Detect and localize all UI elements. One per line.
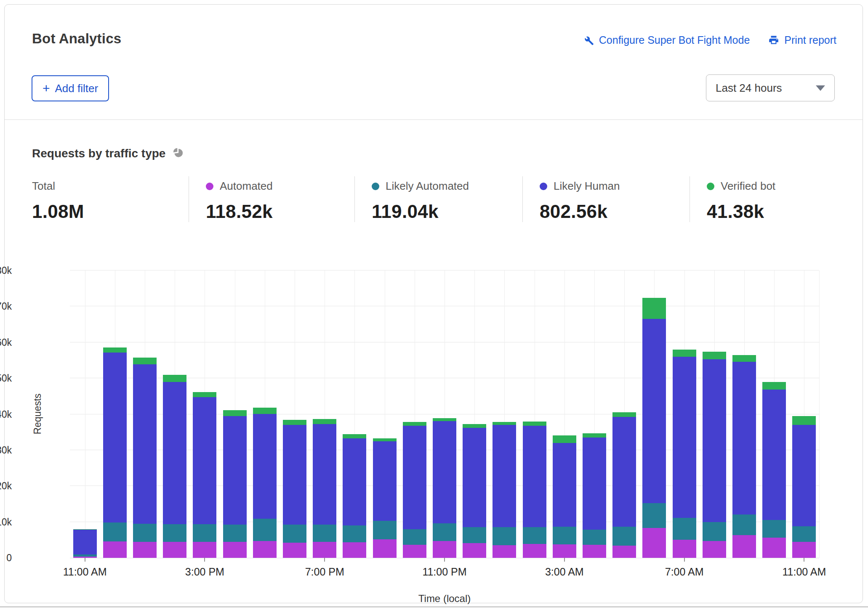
bar-11:00 AM[interactable] <box>73 529 97 558</box>
bar-segment-verified-bot[interactable] <box>732 355 756 362</box>
bar-segment-verified-bot[interactable] <box>193 392 216 398</box>
bar-segment-likely-automated[interactable] <box>583 530 606 545</box>
bar-segment-likely-automated[interactable] <box>553 527 576 544</box>
bar-segment-automated[interactable] <box>642 528 666 558</box>
bar-6:00 PM[interactable] <box>283 420 306 558</box>
bar-segment-automated[interactable] <box>583 545 606 558</box>
bar-segment-likely-automated[interactable] <box>253 519 277 541</box>
bar-segment-likely-human[interactable] <box>732 362 756 515</box>
bar-segment-automated[interactable] <box>313 542 336 558</box>
bar-segment-likely-automated[interactable] <box>703 522 726 541</box>
bar-segment-likely-human[interactable] <box>673 357 696 518</box>
bar-3:00 PM[interactable] <box>193 392 216 558</box>
bar-segment-likely-human[interactable] <box>403 426 426 529</box>
bar-segment-automated[interactable] <box>553 544 576 558</box>
bar-segment-likely-human[interactable] <box>612 417 636 526</box>
bar-segment-verified-bot[interactable] <box>553 435 576 443</box>
bar-segment-likely-human[interactable] <box>493 425 516 527</box>
bar-segment-likely-automated[interactable] <box>433 523 456 541</box>
bar-segment-likely-automated[interactable] <box>612 527 636 546</box>
bar-segment-automated[interactable] <box>193 542 216 558</box>
bar-segment-verified-bot[interactable] <box>133 358 157 364</box>
bar-segment-automated[interactable] <box>163 542 186 558</box>
bar-segment-likely-human[interactable] <box>433 421 456 523</box>
bar-segment-automated[interactable] <box>732 535 756 558</box>
bar-segment-verified-bot[interactable] <box>642 298 666 319</box>
bar-8:00 AM[interactable] <box>703 352 726 558</box>
bar-11:00 AM[interactable] <box>792 416 816 558</box>
bar-segment-automated[interactable] <box>343 542 366 558</box>
bar-segment-automated[interactable] <box>283 543 306 558</box>
print-report-link[interactable]: Print report <box>768 34 836 46</box>
bar-segment-likely-human[interactable] <box>313 424 336 525</box>
bar-segment-likely-human[interactable] <box>223 416 247 525</box>
bar-segment-likely-automated[interactable] <box>642 503 666 528</box>
bar-segment-likely-human[interactable] <box>73 530 97 554</box>
bar-segment-verified-bot[interactable] <box>493 422 516 425</box>
bar-segment-likely-automated[interactable] <box>163 524 186 542</box>
bar-2:00 AM[interactable] <box>523 422 546 558</box>
bar-segment-verified-bot[interactable] <box>612 412 636 417</box>
bar-segment-likely-human[interactable] <box>642 319 666 503</box>
bar-segment-likely-automated[interactable] <box>223 525 247 542</box>
bar-segment-likely-automated[interactable] <box>523 527 546 544</box>
bar-8:00 PM[interactable] <box>343 434 366 558</box>
bar-4:00 PM[interactable] <box>223 410 247 558</box>
bar-9:00 AM[interactable] <box>732 355 756 558</box>
bar-7:00 AM[interactable] <box>673 350 696 558</box>
bar-segment-automated[interactable] <box>673 540 696 558</box>
bar-segment-verified-bot[interactable] <box>583 433 606 438</box>
bar-segment-likely-human[interactable] <box>703 359 726 522</box>
bar-segment-likely-human[interactable] <box>583 438 606 530</box>
bar-segment-verified-bot[interactable] <box>253 408 277 414</box>
bar-segment-likely-human[interactable] <box>343 438 366 525</box>
bar-segment-verified-bot[interactable] <box>373 438 397 441</box>
configure-super-bot-fight-mode-link[interactable]: Configure Super Bot Fight Mode <box>583 34 750 46</box>
bar-7:00 PM[interactable] <box>313 419 336 558</box>
bar-10:00 PM[interactable] <box>403 422 426 558</box>
bar-segment-verified-bot[interactable] <box>463 424 486 428</box>
bar-segment-verified-bot[interactable] <box>523 422 546 426</box>
bar-segment-verified-bot[interactable] <box>403 422 426 426</box>
bar-segment-likely-human[interactable] <box>792 425 816 526</box>
bar-segment-verified-bot[interactable] <box>313 419 336 424</box>
bar-1:00 PM[interactable] <box>133 358 157 558</box>
bar-segment-likely-human[interactable] <box>373 441 397 521</box>
bar-segment-likely-human[interactable] <box>163 382 186 524</box>
bar-segment-likely-automated[interactable] <box>673 518 696 540</box>
bar-segment-automated[interactable] <box>103 541 127 558</box>
bar-segment-automated[interactable] <box>403 545 426 558</box>
bar-segment-automated[interactable] <box>703 541 726 558</box>
bar-segment-likely-automated[interactable] <box>313 525 336 541</box>
bar-segment-likely-automated[interactable] <box>373 521 397 539</box>
bar-segment-automated[interactable] <box>762 538 786 558</box>
bar-segment-automated[interactable] <box>612 546 636 558</box>
bar-11:00 PM[interactable] <box>433 418 456 558</box>
bar-5:00 PM[interactable] <box>253 408 277 558</box>
bar-segment-likely-human[interactable] <box>283 425 306 524</box>
bar-segment-verified-bot[interactable] <box>433 418 456 421</box>
bar-segment-verified-bot[interactable] <box>703 352 726 359</box>
bar-segment-likely-automated[interactable] <box>463 527 486 543</box>
bar-segment-likely-automated[interactable] <box>193 524 216 542</box>
add-filter-button[interactable]: + Add filter <box>32 75 109 101</box>
bar-segment-likely-automated[interactable] <box>493 527 516 545</box>
bar-segment-likely-human[interactable] <box>133 364 157 524</box>
bar-segment-verified-bot[interactable] <box>343 434 366 438</box>
time-range-select[interactable]: Last 24 hours <box>706 74 835 101</box>
bar-segment-verified-bot[interactable] <box>673 350 696 357</box>
bar-segment-automated[interactable] <box>493 545 516 558</box>
bar-segment-likely-human[interactable] <box>762 390 786 520</box>
bar-9:00 PM[interactable] <box>373 438 397 558</box>
bar-12:00 PM[interactable] <box>103 347 127 558</box>
bar-segment-verified-bot[interactable] <box>103 347 127 353</box>
bar-segment-automated[interactable] <box>133 542 157 558</box>
bar-segment-verified-bot[interactable] <box>163 375 186 382</box>
bar-segment-automated[interactable] <box>373 539 397 558</box>
bar-segment-verified-bot[interactable] <box>283 420 306 425</box>
bar-2:00 PM[interactable] <box>163 375 186 558</box>
bar-segment-likely-automated[interactable] <box>133 524 157 542</box>
bar-3:00 AM[interactable] <box>553 435 576 558</box>
bar-segment-verified-bot[interactable] <box>792 416 816 425</box>
bar-segment-automated[interactable] <box>792 542 816 558</box>
